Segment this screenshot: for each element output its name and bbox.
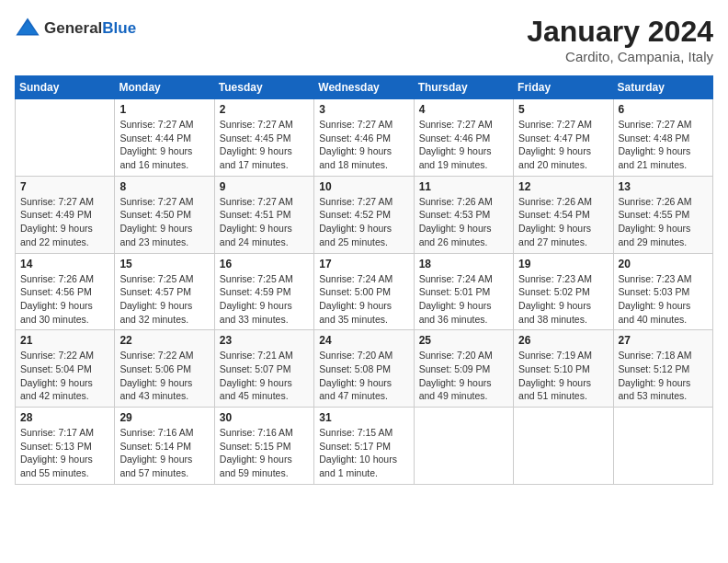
daylight-text: Daylight: 9 hours and 47 minutes. [319,377,392,402]
col-tuesday: Tuesday [214,76,313,99]
day-info: Sunrise: 7:16 AM Sunset: 5:14 PM Dayligh… [119,426,209,480]
day-number: 27 [619,334,708,347]
daylight-text: Daylight: 9 hours and 40 minutes. [619,300,691,325]
logo-icon [15,15,40,40]
daylight-text: Daylight: 9 hours and 21 minutes. [619,145,691,170]
sunrise-text: Sunrise: 7:20 AM [319,350,392,361]
sunset-text: Sunset: 5:14 PM [119,441,191,452]
daylight-text: Daylight: 9 hours and 16 minutes. [119,145,192,170]
col-monday: Monday [115,76,214,99]
calendar-day-cell: 6 Sunrise: 7:27 AM Sunset: 4:48 PM Dayli… [613,99,712,177]
day-number: 7 [20,180,109,193]
day-info: Sunrise: 7:27 AM Sunset: 4:51 PM Dayligh… [220,195,309,249]
day-number: 5 [518,103,608,116]
day-info: Sunrise: 7:23 AM Sunset: 5:02 PM Dayligh… [518,272,608,327]
day-number: 9 [220,180,309,193]
calendar-day-cell: 27 Sunrise: 7:18 AM Sunset: 5:12 PM Dayl… [613,330,712,408]
col-sunday: Sunday [16,76,115,99]
sunrise-text: Sunrise: 7:27 AM [619,119,692,130]
col-wednesday: Wednesday [314,76,414,99]
calendar-day-cell: 19 Sunrise: 7:23 AM Sunset: 5:02 PM Dayl… [514,253,613,330]
daylight-text: Daylight: 9 hours and 18 minutes. [319,145,392,170]
sunrise-text: Sunrise: 7:23 AM [619,273,692,284]
day-info: Sunrise: 7:22 AM Sunset: 5:06 PM Dayligh… [119,349,209,403]
calendar-day-cell: 31 Sunrise: 7:15 AM Sunset: 5:17 PM Dayl… [314,408,414,485]
daylight-text: Daylight: 9 hours and 24 minutes. [220,223,292,247]
day-number: 16 [220,258,309,270]
day-info: Sunrise: 7:27 AM Sunset: 4:47 PM Dayligh… [518,118,608,172]
sunset-text: Sunset: 5:07 PM [220,363,291,374]
calendar-table: Sunday Monday Tuesday Wednesday Thursday… [15,75,713,485]
daylight-text: Daylight: 9 hours and 57 minutes. [119,454,192,478]
calendar-day-cell [414,408,513,485]
day-number: 11 [419,180,508,193]
day-info: Sunrise: 7:16 AM Sunset: 5:15 PM Dayligh… [220,426,309,480]
sunset-text: Sunset: 4:48 PM [619,132,690,144]
sunrise-text: Sunrise: 7:19 AM [518,350,592,361]
sunset-text: Sunset: 5:02 PM [518,286,590,297]
sunrise-text: Sunrise: 7:27 AM [119,119,193,130]
page-header: GeneralBlue January 2024 Cardito, Campan… [15,15,713,64]
daylight-text: Daylight: 9 hours and 20 minutes. [518,145,591,170]
daylight-text: Daylight: 10 hours and 1 minute. [319,454,397,478]
day-number: 25 [419,334,508,347]
day-info: Sunrise: 7:27 AM Sunset: 4:45 PM Dayligh… [220,118,309,172]
daylight-text: Daylight: 9 hours and 30 minutes. [20,300,93,325]
daylight-text: Daylight: 9 hours and 27 minutes. [518,223,591,247]
sunset-text: Sunset: 4:54 PM [518,209,590,220]
sunset-text: Sunset: 5:00 PM [319,286,391,297]
sunrise-text: Sunrise: 7:27 AM [518,119,592,130]
daylight-text: Daylight: 9 hours and 53 minutes. [619,377,691,402]
calendar-day-cell: 1 Sunrise: 7:27 AM Sunset: 4:44 PM Dayli… [115,99,214,177]
calendar-day-cell: 23 Sunrise: 7:21 AM Sunset: 5:07 PM Dayl… [214,330,313,408]
day-info: Sunrise: 7:21 AM Sunset: 5:07 PM Dayligh… [220,349,309,403]
calendar-day-cell: 16 Sunrise: 7:25 AM Sunset: 4:59 PM Dayl… [214,253,313,330]
day-info: Sunrise: 7:20 AM Sunset: 5:09 PM Dayligh… [419,349,508,403]
daylight-text: Daylight: 9 hours and 17 minutes. [220,145,292,170]
calendar-day-cell: 22 Sunrise: 7:22 AM Sunset: 5:06 PM Dayl… [115,330,214,408]
sunrise-text: Sunrise: 7:22 AM [20,350,94,361]
daylight-text: Daylight: 9 hours and 23 minutes. [119,223,192,247]
calendar-day-cell: 15 Sunrise: 7:25 AM Sunset: 4:57 PM Dayl… [115,253,214,330]
calendar-day-cell: 2 Sunrise: 7:27 AM Sunset: 4:45 PM Dayli… [214,99,313,177]
sunrise-text: Sunrise: 7:20 AM [419,350,493,361]
day-number: 2 [220,103,309,116]
day-info: Sunrise: 7:27 AM Sunset: 4:49 PM Dayligh… [20,195,109,249]
calendar-day-cell: 20 Sunrise: 7:23 AM Sunset: 5:03 PM Dayl… [613,253,712,330]
sunrise-text: Sunrise: 7:21 AM [220,350,293,361]
daylight-text: Daylight: 9 hours and 51 minutes. [518,377,591,402]
calendar-day-cell: 14 Sunrise: 7:26 AM Sunset: 4:56 PM Dayl… [16,253,115,330]
title-block: January 2024 Cardito, Campania, Italy [527,15,713,64]
sunset-text: Sunset: 5:15 PM [220,441,291,452]
sunset-text: Sunset: 5:08 PM [319,363,391,374]
sunrise-text: Sunrise: 7:27 AM [20,196,94,207]
sunset-text: Sunset: 4:45 PM [220,132,291,144]
daylight-text: Daylight: 9 hours and 26 minutes. [419,223,492,247]
day-info: Sunrise: 7:23 AM Sunset: 5:03 PM Dayligh… [619,272,708,327]
col-friday: Friday [514,76,613,99]
sunrise-text: Sunrise: 7:17 AM [20,427,94,438]
calendar-day-cell [514,408,613,485]
sunset-text: Sunset: 5:06 PM [119,363,191,374]
sunset-text: Sunset: 4:47 PM [518,132,590,144]
calendar-day-cell: 4 Sunrise: 7:27 AM Sunset: 4:46 PM Dayli… [414,99,513,177]
sunrise-text: Sunrise: 7:25 AM [220,273,293,284]
day-number: 28 [20,411,109,424]
sunset-text: Sunset: 5:09 PM [419,363,491,374]
day-number: 4 [419,103,508,116]
day-number: 10 [319,180,408,193]
daylight-text: Daylight: 9 hours and 49 minutes. [419,377,492,402]
day-number: 3 [319,103,408,116]
day-number: 22 [119,334,209,347]
sunrise-text: Sunrise: 7:27 AM [419,119,493,130]
daylight-text: Daylight: 9 hours and 59 minutes. [220,454,292,478]
sunset-text: Sunset: 4:46 PM [419,132,491,144]
calendar-day-cell: 12 Sunrise: 7:26 AM Sunset: 4:54 PM Dayl… [514,176,613,253]
day-number: 14 [20,258,109,270]
day-info: Sunrise: 7:18 AM Sunset: 5:12 PM Dayligh… [619,349,708,403]
sunrise-text: Sunrise: 7:23 AM [518,273,592,284]
sunset-text: Sunset: 5:03 PM [619,286,690,297]
calendar-week-row: 28 Sunrise: 7:17 AM Sunset: 5:13 PM Dayl… [16,408,713,485]
daylight-text: Daylight: 9 hours and 36 minutes. [419,300,492,325]
col-saturday: Saturday [613,76,712,99]
